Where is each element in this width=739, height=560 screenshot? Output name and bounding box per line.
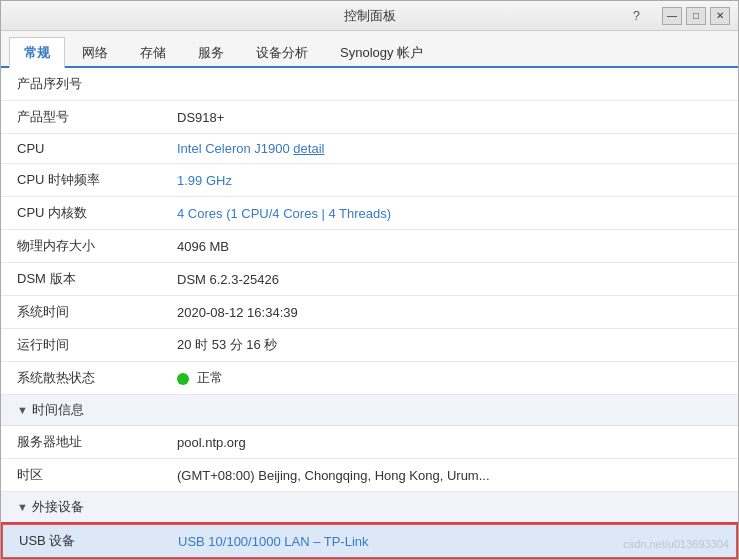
tab-synology-account[interactable]: Synology 帐户	[325, 37, 438, 68]
row-value: pool.ntp.org	[161, 426, 738, 459]
window-controls: — □ ✕	[662, 7, 730, 25]
row-value-status: 正常	[161, 362, 738, 395]
tab-network[interactable]: 网络	[67, 37, 123, 68]
table-row: 服务器地址 pool.ntp.org	[1, 426, 738, 459]
section-header-devices[interactable]: ▼ 外接设备	[1, 492, 738, 523]
table-row: 运行时间 20 时 53 分 16 秒	[1, 329, 738, 362]
table-row: 物理内存大小 4096 MB	[1, 230, 738, 263]
row-value: DSM 6.2.3-25426	[161, 263, 738, 296]
tab-storage[interactable]: 存储	[125, 37, 181, 68]
table-row: 产品型号 DS918+	[1, 101, 738, 134]
section-title-devices: 外接设备	[32, 498, 84, 516]
row-label: CPU	[1, 134, 161, 164]
close-button[interactable]: ✕	[710, 7, 730, 25]
row-label: DSM 版本	[1, 263, 161, 296]
cpu-detail-link[interactable]: detail	[293, 141, 324, 156]
status-indicator	[177, 373, 189, 385]
row-label: 系统时间	[1, 296, 161, 329]
tab-services[interactable]: 服务	[183, 37, 239, 68]
table-row: CPU Intel Celeron J1900 detail	[1, 134, 738, 164]
maximize-button[interactable]: □	[686, 7, 706, 25]
table-row: DSM 版本 DSM 6.2.3-25426	[1, 263, 738, 296]
info-table: 产品序列号 产品型号 DS918+ CPU Intel Celeron J190…	[1, 68, 738, 395]
row-value: 4 Cores (1 CPU/4 Cores | 4 Threads)	[161, 197, 738, 230]
window-title: 控制面板	[344, 7, 396, 25]
row-value	[161, 68, 738, 101]
devices-table: USB 设备 USB 10/100/1000 LAN – TP-Link USB…	[1, 523, 738, 559]
row-value: 1.99 GHz	[161, 164, 738, 197]
title-bar: ? 控制面板 — □ ✕	[1, 1, 738, 31]
row-value: 4-port hub - Genesys Logic, Inc.	[162, 558, 737, 559]
row-label: CPU 时钟频率	[1, 164, 161, 197]
table-row-usb-device: USB 设备 USB 10/100/1000 LAN – TP-Link	[2, 524, 737, 558]
status-text: 正常	[197, 370, 223, 385]
row-label: CPU 内核数	[1, 197, 161, 230]
table-row: 时区 (GMT+08:00) Beijing, Chongqing, Hong …	[1, 459, 738, 492]
row-label: 时区	[1, 459, 161, 492]
tab-bar: 常规 网络 存储 服务 设备分析 Synology 帐户	[1, 31, 738, 68]
table-row: 系统时间 2020-08-12 16:34:39	[1, 296, 738, 329]
row-value: 20 时 53 分 16 秒	[161, 329, 738, 362]
table-row: 产品序列号	[1, 68, 738, 101]
tab-general[interactable]: 常规	[9, 37, 65, 68]
section-header-time[interactable]: ▼ 时间信息	[1, 395, 738, 426]
row-label: USB 设备	[2, 524, 162, 558]
chevron-down-icon: ▼	[17, 404, 28, 416]
table-row: CPU 时钟频率 1.99 GHz	[1, 164, 738, 197]
row-label: 产品型号	[1, 101, 161, 134]
row-label: 产品序列号	[1, 68, 161, 101]
row-value-cpu: Intel Celeron J1900 detail	[161, 134, 738, 164]
content-area: 产品序列号 产品型号 DS918+ CPU Intel Celeron J190…	[1, 68, 738, 559]
tab-device-analysis[interactable]: 设备分析	[241, 37, 323, 68]
row-label: 系统散热状态	[1, 362, 161, 395]
cpu-model: Intel Celeron J1900	[177, 141, 293, 156]
row-value: USB 10/100/1000 LAN – TP-Link	[162, 524, 737, 558]
row-value: 2020-08-12 16:34:39	[161, 296, 738, 329]
table-row: CPU 内核数 4 Cores (1 CPU/4 Cores | 4 Threa…	[1, 197, 738, 230]
section-title-time: 时间信息	[32, 401, 84, 419]
help-icon[interactable]: ?	[633, 8, 640, 23]
chevron-down-icon: ▼	[17, 501, 28, 513]
row-label: USB 集线器	[2, 558, 162, 559]
time-info-table: 服务器地址 pool.ntp.org 时区 (GMT+08:00) Beijin…	[1, 426, 738, 492]
minimize-button[interactable]: —	[662, 7, 682, 25]
main-window: ? 控制面板 — □ ✕ 常规 网络 存储 服务 设备分析 Synology 帐…	[0, 0, 739, 560]
row-value: (GMT+08:00) Beijing, Chongqing, Hong Kon…	[161, 459, 738, 492]
table-row: 系统散热状态 正常	[1, 362, 738, 395]
row-value: DS918+	[161, 101, 738, 134]
row-label: 物理内存大小	[1, 230, 161, 263]
row-value: 4096 MB	[161, 230, 738, 263]
row-label: 服务器地址	[1, 426, 161, 459]
table-row: USB 集线器 4-port hub - Genesys Logic, Inc.	[2, 558, 737, 559]
row-label: 运行时间	[1, 329, 161, 362]
